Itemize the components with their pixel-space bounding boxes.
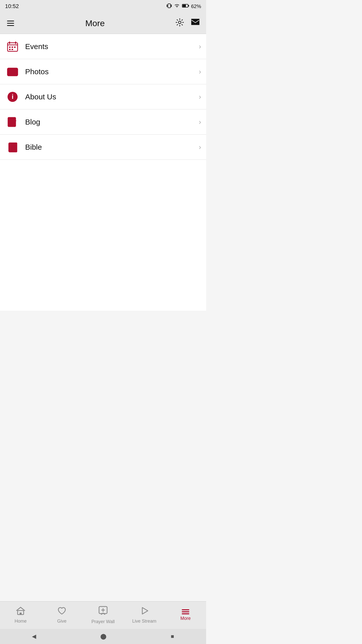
svg-rect-2 xyxy=(171,5,172,7)
svg-rect-7 xyxy=(192,19,199,25)
hamburger-menu-button[interactable] xyxy=(5,19,16,28)
about-us-icon: i xyxy=(5,91,20,103)
content-area xyxy=(0,160,206,311)
menu-item-photos[interactable]: Photos › xyxy=(0,59,206,84)
svg-rect-11 xyxy=(15,42,16,44)
about-us-chevron: › xyxy=(199,93,201,101)
menu-item-blog[interactable]: Blog › xyxy=(0,109,206,135)
svg-point-22 xyxy=(15,69,16,70)
menu-item-about-us[interactable]: i About Us › xyxy=(0,84,206,109)
photos-label: Photos xyxy=(25,67,199,76)
status-bar: 10:52 62% xyxy=(0,0,206,13)
svg-rect-21 xyxy=(11,68,12,70)
menu-item-events[interactable]: Events › xyxy=(0,34,206,59)
header: More xyxy=(0,13,206,34)
message-icon[interactable] xyxy=(190,17,201,29)
svg-rect-10 xyxy=(9,42,10,44)
wifi-icon xyxy=(174,3,180,10)
status-icons: 62% xyxy=(166,3,201,10)
svg-rect-15 xyxy=(9,49,11,50)
events-label: Events xyxy=(25,42,199,51)
vibrate-icon xyxy=(166,3,172,10)
photos-icon xyxy=(5,66,20,77)
bible-icon xyxy=(5,141,20,153)
svg-point-6 xyxy=(178,21,181,24)
svg-rect-9 xyxy=(8,45,18,45)
status-time: 10:52 xyxy=(5,3,19,10)
svg-point-20 xyxy=(12,71,14,73)
page-title: More xyxy=(85,18,105,28)
svg-rect-14 xyxy=(14,47,16,48)
blog-chevron: › xyxy=(199,118,201,126)
about-us-label: About Us xyxy=(25,93,199,101)
svg-rect-0 xyxy=(167,5,167,7)
svg-text:i: i xyxy=(12,93,13,100)
svg-rect-13 xyxy=(12,47,13,48)
events-icon xyxy=(5,41,20,52)
svg-rect-12 xyxy=(9,47,11,48)
svg-rect-4 xyxy=(183,5,186,7)
svg-rect-1 xyxy=(168,4,170,8)
battery-icon xyxy=(182,4,189,9)
bible-label: Bible xyxy=(25,143,199,151)
events-chevron: › xyxy=(199,43,201,51)
blog-label: Blog xyxy=(25,118,199,126)
svg-rect-5 xyxy=(188,5,189,7)
bible-chevron: › xyxy=(199,143,201,151)
menu-list: Events › Photos › i About Us › xyxy=(0,34,206,160)
settings-icon[interactable] xyxy=(174,17,186,30)
header-actions xyxy=(174,17,201,30)
menu-item-bible[interactable]: Bible › xyxy=(0,135,206,160)
svg-rect-16 xyxy=(12,49,13,50)
blog-icon xyxy=(5,116,20,128)
battery-percentage: 62% xyxy=(191,4,201,9)
photos-chevron: › xyxy=(199,68,201,76)
